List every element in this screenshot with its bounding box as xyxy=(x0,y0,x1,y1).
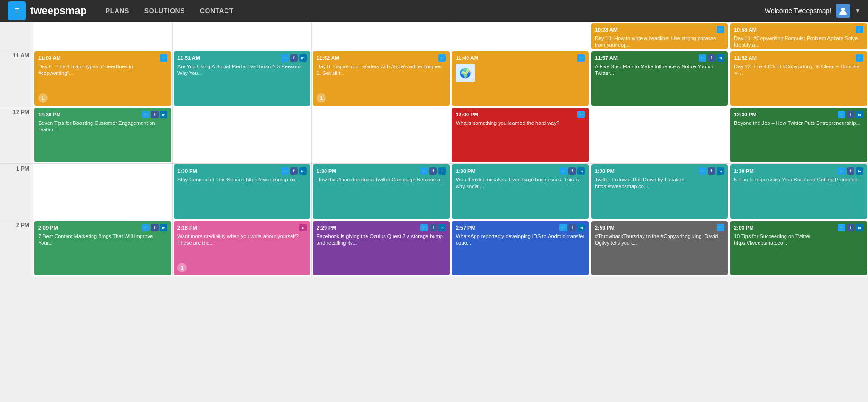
linkedin-icon: in xyxy=(160,111,167,118)
event-card[interactable]: 12:30 PM🐦finSeven Tips for Boosting Cust… xyxy=(34,108,171,162)
event-text: Day 12: The 4 C's of #Copywriting: ✳ Cle… xyxy=(734,63,863,77)
linkedin-icon: in xyxy=(717,167,724,175)
event-time-label: 2:09 PM xyxy=(38,225,58,230)
event-card[interactable]: 2:18 PM●Want more credibility when you w… xyxy=(174,221,310,275)
cell-row_10am-col2 xyxy=(312,22,451,50)
facebook-icon: f xyxy=(568,224,576,231)
cell-row_10am-col5: 10:58 AM🐦Day 11: #Copywriting Formula: P… xyxy=(729,22,868,50)
event-badge: 1 xyxy=(177,263,187,272)
twitter-icon: 🐦 xyxy=(281,167,289,175)
cell-row_1pm-col5: 1:30 PM🐦fin5 Tips to Impressing Your Bos… xyxy=(729,163,868,220)
cell-row_1pm-col2: 1:30 PM🐦finHow the #IncredibleIndia Twit… xyxy=(312,163,451,220)
event-text: Want more credibility when you write abo… xyxy=(177,233,307,246)
time-label-12pm: 12 PM xyxy=(0,107,33,163)
twitter-icon: 🐦 xyxy=(838,167,845,175)
facebook-icon: f xyxy=(151,111,159,118)
event-text: 5 Tips to Impressing Your Boss and Getti… xyxy=(734,176,863,183)
twitter-icon: 🐦 xyxy=(856,54,863,62)
event-card[interactable]: 2:59 PM🐦#ThrowbackThursday to the #Copyw… xyxy=(591,221,728,275)
twitter-icon: 🐦 xyxy=(699,167,706,175)
twitter-icon: 🐦 xyxy=(438,54,446,62)
cell-row_12pm-col5: 12:30 PM🐦finBeyond the Job – How Twitter… xyxy=(729,107,868,163)
event-time-label: 11:49 AM xyxy=(456,55,478,61)
event-card[interactable]: 11:52 AM🐦Day 12: The 4 C's of #Copywriti… xyxy=(730,51,867,106)
main-header: T tweepsmap PLANS SOLUTIONS CONTACT Welc… xyxy=(0,0,868,22)
event-card[interactable]: 11:49 AM🐦🌍 xyxy=(452,51,589,106)
cell-row_12pm-col4 xyxy=(590,107,729,163)
logo-icon: T xyxy=(8,1,26,20)
event-card[interactable]: 11:51 AM🐦finAre You Using A Social Media… xyxy=(174,51,310,106)
event-card[interactable]: 2:03 PM🐦fin10 Tips for Succeeding on Twi… xyxy=(730,221,867,275)
twitter-icon: 🐦 xyxy=(420,167,428,175)
event-card[interactable]: 10:58 AM🐦Day 11: #Copywriting Formula: P… xyxy=(730,23,867,49)
twitter-icon: 🐦 xyxy=(577,54,585,62)
nav-plans[interactable]: PLANS xyxy=(106,7,129,15)
cell-row_2pm-col1: 2:18 PM●Want more credibility when you w… xyxy=(173,220,311,276)
event-card[interactable]: 11:52 AM🐦Day 8: Inspire your readers wit… xyxy=(313,51,450,106)
event-card[interactable]: 1:30 PM🐦finWe all make mistakes. Even la… xyxy=(452,164,589,219)
cell-row_2pm-col5: 2:03 PM🐦fin10 Tips for Succeeding on Twi… xyxy=(729,220,868,276)
facebook-icon: f xyxy=(290,54,298,62)
event-card[interactable]: 11:03 AM🐦Day 6: "The 4 major types of he… xyxy=(34,51,171,106)
cell-row_10am-col0 xyxy=(33,22,172,50)
event-text: Facebook is giving the Oculus Quest 2 a … xyxy=(317,233,446,246)
dropdown-arrow-icon[interactable]: ▼ xyxy=(855,8,860,14)
facebook-icon: f xyxy=(429,167,437,175)
event-text: A Five Step Plan to Make Influencers Not… xyxy=(595,63,724,77)
event-card[interactable]: 12:00 PM🐦What's something you learned th… xyxy=(452,108,589,162)
event-card[interactable]: 1:30 PM🐦fin5 Tips to Impressing Your Bos… xyxy=(730,164,867,219)
cell-row_2pm-col4: 2:59 PM🐦#ThrowbackThursday to the #Copyw… xyxy=(590,220,729,276)
twitter-icon: 🐦 xyxy=(717,224,724,231)
twitter-icon: 🐦 xyxy=(420,224,428,231)
cell-row_11am-col4: 11:57 AM🐦finA Five Step Plan to Make Inf… xyxy=(590,50,729,107)
cell-row_12pm-col3: 12:00 PM🐦What's something you learned th… xyxy=(451,107,590,163)
cell-row_12pm-col0: 12:30 PM🐦finSeven Tips for Boosting Cust… xyxy=(33,107,172,163)
event-card[interactable]: 10:28 AM🐦Day 10: How to write a headline… xyxy=(591,23,728,49)
cell-row_12pm-col1 xyxy=(173,107,311,163)
linkedin-icon: in xyxy=(577,167,585,175)
linkedin-icon: in xyxy=(717,54,724,62)
event-card[interactable]: 11:57 AM🐦finA Five Step Plan to Make Inf… xyxy=(591,51,728,106)
nav-solutions[interactable]: SOLUTIONS xyxy=(144,7,185,15)
linkedin-icon: in xyxy=(856,111,863,118)
svg-text:T: T xyxy=(15,7,19,15)
facebook-icon: f xyxy=(847,167,854,175)
event-time-label: 1:30 PM xyxy=(177,168,197,174)
instagram-icon: ● xyxy=(299,224,307,231)
event-card[interactable]: 12:30 PM🐦finBeyond the Job – How Twitter… xyxy=(730,108,867,162)
linkedin-icon: in xyxy=(299,167,307,175)
facebook-icon: f xyxy=(568,167,576,175)
user-icon[interactable] xyxy=(836,4,850,18)
event-time-label: 11:52 AM xyxy=(317,55,339,61)
event-badge: 1 xyxy=(38,93,48,103)
event-card[interactable]: 2:09 PM🐦fin7 Best Content Marketing Blog… xyxy=(34,221,171,275)
nav-contact[interactable]: CONTACT xyxy=(200,7,234,15)
twitter-icon: 🐦 xyxy=(142,224,150,231)
linkedin-icon: in xyxy=(438,224,446,231)
event-text: 10 Tips for Succeeding on Twitter https:… xyxy=(734,233,863,246)
logo[interactable]: T tweepsmap xyxy=(8,1,87,20)
event-time-label: 12:00 PM xyxy=(456,112,478,117)
twitter-icon: 🐦 xyxy=(717,26,724,33)
event-time-label: 2:59 PM xyxy=(595,225,615,230)
event-card[interactable]: 2:57 PM🐦finWhatsApp reportedly developin… xyxy=(452,221,589,275)
facebook-icon: f xyxy=(290,167,298,175)
linkedin-icon: in xyxy=(577,224,585,231)
cell-row_1pm-col4: 1:30 PM🐦finTwitter Follower Drill Down b… xyxy=(590,163,729,220)
event-card[interactable]: 1:30 PM🐦finHow the #IncredibleIndia Twit… xyxy=(313,164,450,219)
twitter-icon: 🐦 xyxy=(699,54,706,62)
twitter-icon: 🐦 xyxy=(160,54,167,62)
event-card[interactable]: 1:30 PM🐦finStay Connected This Season ht… xyxy=(174,164,310,219)
cell-row_1pm-col3: 1:30 PM🐦finWe all make mistakes. Even la… xyxy=(451,163,590,220)
linkedin-icon: in xyxy=(438,167,446,175)
event-text: Day 11: #Copywriting Formula: Problem Ag… xyxy=(734,35,863,49)
cell-row_11am-col2: 11:52 AM🐦Day 8: Inspire your readers wit… xyxy=(312,50,451,107)
event-text: Are You Using A Social Media Dashboard? … xyxy=(177,63,307,77)
time-label-1pm: 1 PM xyxy=(0,163,33,220)
event-card[interactable]: 1:30 PM🐦finTwitter Follower Drill Down b… xyxy=(591,164,728,219)
twitter-icon: 🐦 xyxy=(838,111,845,118)
twitter-icon: 🐦 xyxy=(559,224,567,231)
event-card[interactable]: 2:29 PM🐦finFacebook is giving the Oculus… xyxy=(313,221,450,275)
day-column-0: 11:03 AM🐦Day 6: "The 4 major types of he… xyxy=(33,22,172,276)
cell-row_2pm-col3: 2:57 PM🐦finWhatsApp reportedly developin… xyxy=(451,220,590,276)
